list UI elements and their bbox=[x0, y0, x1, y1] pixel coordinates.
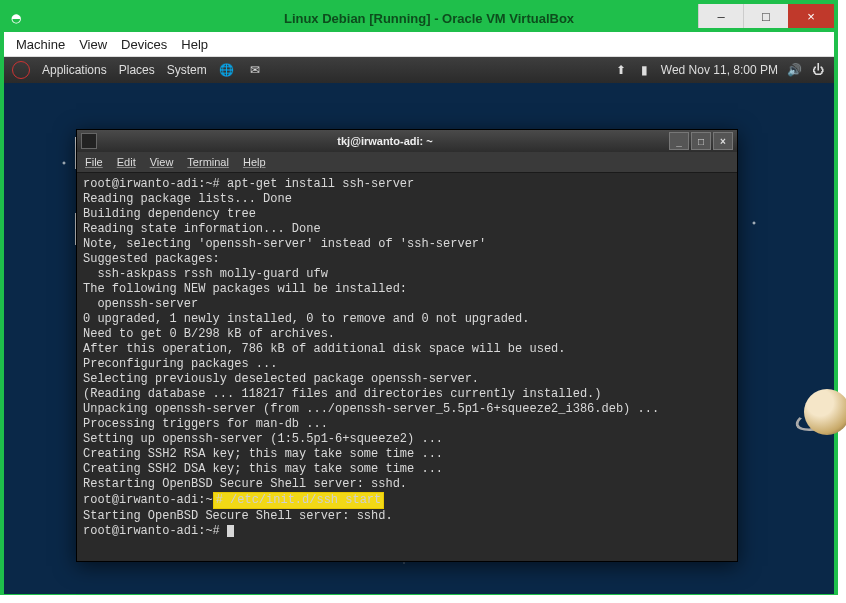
terminal-menubar: File Edit View Terminal Help bbox=[77, 152, 737, 173]
terminal-output[interactable]: root@irwanto-adi:~# apt-get install ssh-… bbox=[77, 173, 737, 561]
maximize-button[interactable]: □ bbox=[743, 4, 788, 28]
panel-menu-places[interactable]: Places bbox=[119, 63, 155, 77]
volume-icon[interactable]: 🔊 bbox=[786, 62, 802, 78]
terminal-titlebar[interactable]: tkj@irwanto-adi: ~ _ □ × bbox=[77, 130, 737, 152]
panel-clock[interactable]: Wed Nov 11, 8:00 PM bbox=[661, 63, 778, 77]
menu-devices[interactable]: Devices bbox=[121, 37, 167, 52]
term-menu-edit[interactable]: Edit bbox=[117, 156, 136, 168]
guest-screen: Applications Places System 🌐 ✉ ⬆ ▮ Wed N… bbox=[4, 57, 834, 594]
browser-icon[interactable]: 🌐 bbox=[219, 62, 235, 78]
terminal-window[interactable]: tkj@irwanto-adi: ~ _ □ × File Edit View … bbox=[76, 129, 738, 562]
gnome-top-panel: Applications Places System 🌐 ✉ ⬆ ▮ Wed N… bbox=[4, 57, 834, 83]
panel-menu-applications[interactable]: Applications bbox=[42, 63, 107, 77]
shutdown-icon[interactable]: ⏻ bbox=[810, 62, 826, 78]
desktop-background: C tk tkj@irwanto-adi: ~ _ □ × File Edit bbox=[4, 83, 834, 594]
term-menu-view[interactable]: View bbox=[150, 156, 174, 168]
menu-help[interactable]: Help bbox=[181, 37, 208, 52]
minimize-button[interactable]: – bbox=[698, 4, 743, 28]
virtualbox-menubar: Machine View Devices Help bbox=[4, 32, 834, 57]
terminal-close-button[interactable]: × bbox=[713, 132, 733, 150]
menu-view[interactable]: View bbox=[79, 37, 107, 52]
virtualbox-icon: ◓ bbox=[8, 10, 24, 26]
term-menu-file[interactable]: File bbox=[85, 156, 103, 168]
host-window-titlebar[interactable]: ◓ Linux Debian [Running] - Oracle VM Vir… bbox=[4, 4, 834, 32]
panel-menu-system[interactable]: System bbox=[167, 63, 207, 77]
debian-logo-icon[interactable] bbox=[12, 61, 30, 79]
menu-machine[interactable]: Machine bbox=[16, 37, 65, 52]
terminal-icon bbox=[81, 133, 97, 149]
terminal-minimize-button[interactable]: _ bbox=[669, 132, 689, 150]
network-icon[interactable]: ▮ bbox=[637, 62, 653, 78]
close-button[interactable]: × bbox=[788, 4, 834, 28]
mail-icon[interactable]: ✉ bbox=[247, 62, 263, 78]
term-menu-terminal[interactable]: Terminal bbox=[187, 156, 229, 168]
terminal-maximize-button[interactable]: □ bbox=[691, 132, 711, 150]
update-icon[interactable]: ⬆ bbox=[613, 62, 629, 78]
planet-saturn-decoration bbox=[794, 383, 846, 443]
terminal-title: tkj@irwanto-adi: ~ bbox=[103, 135, 667, 147]
term-menu-help[interactable]: Help bbox=[243, 156, 266, 168]
